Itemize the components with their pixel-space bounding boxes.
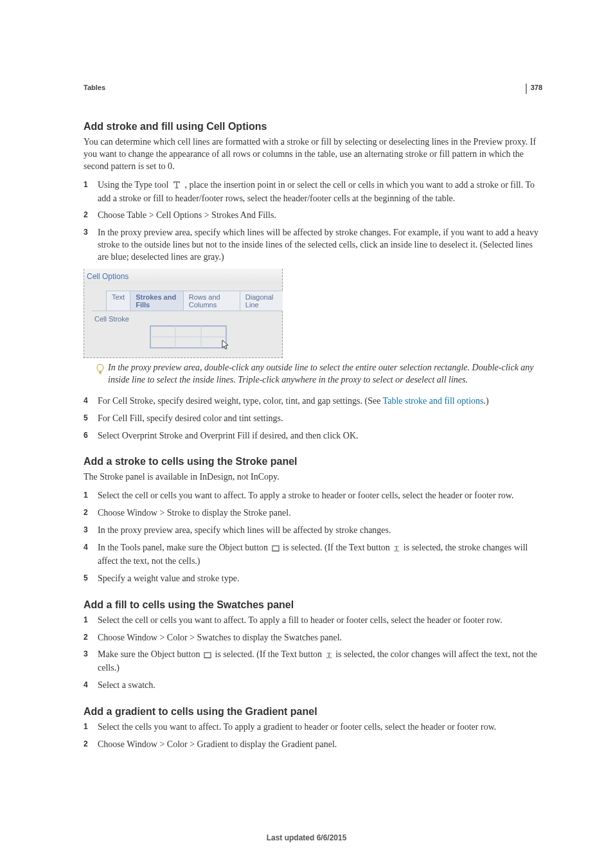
dialog-title: Cell Options — [84, 269, 282, 284]
svg-rect-11 — [204, 653, 211, 658]
step-5: Specify a weight value and stroke type. — [84, 573, 542, 585]
tip: In the proxy preview area, double-click … — [95, 362, 542, 386]
link-table-stroke-fill-options[interactable]: Table stroke and fill options — [383, 396, 484, 406]
step-5: For Cell Fill, specify desired color and… — [84, 413, 542, 425]
svg-rect-5 — [99, 371, 102, 373]
step-2: Choose Window > Color > Gradient to disp… — [84, 739, 542, 751]
step-1: Select the cells you want to affect. To … — [84, 721, 542, 734]
svg-text:T: T — [395, 545, 399, 552]
step-2: Choose Window > Stroke to display the St… — [84, 507, 542, 520]
svg-rect-12 — [204, 657, 211, 658]
tab-text[interactable]: Text — [106, 291, 130, 311]
page-number: 378 — [526, 84, 542, 94]
type-tool-icon — [172, 180, 181, 193]
step-text: For Cell Stroke, specify desired weight,… — [98, 396, 383, 406]
text-button-icon: T — [393, 543, 400, 556]
step-1: Using the Type tool , place the insertio… — [84, 179, 542, 205]
intro-paragraph: You can determine which cell lines are f… — [84, 136, 542, 173]
object-button-icon — [272, 543, 280, 556]
step-4: Select a swatch. — [84, 680, 542, 692]
dialog-body: Text Strokes and Fills Rows and Columns … — [84, 284, 282, 357]
proxy-preview[interactable] — [150, 325, 227, 348]
tab-panel: Cell Stroke — [92, 311, 282, 348]
text-button-icon: T — [326, 650, 332, 662]
cursor-icon — [222, 339, 231, 352]
tab-strokes-fills[interactable]: Strokes and Fills — [130, 291, 184, 311]
object-button-icon — [204, 650, 211, 662]
svg-rect-7 — [272, 546, 279, 551]
lightbulb-icon — [95, 363, 105, 377]
step-text: Make sure the Object button — [98, 649, 202, 659]
dialog-tabs: Text Strokes and Fills Rows and Columns … — [106, 291, 282, 311]
breadcrumb: Tables — [84, 84, 542, 91]
heading-stroke-panel: Add a stroke to cells using the Stroke p… — [84, 456, 542, 467]
step-3: In the proxy preview area, specify which… — [84, 525, 542, 537]
cell-options-dialog: Cell Options Text Strokes and Fills Rows… — [84, 269, 283, 358]
step-1: Select the cell or cells you want to aff… — [84, 490, 542, 502]
intro-paragraph: The Stroke panel is available in InDesig… — [84, 471, 542, 484]
tab-rows-columns[interactable]: Rows and Columns — [183, 291, 240, 311]
step-text: In the Tools panel, make sure the Object… — [98, 543, 271, 552]
step-3: Make sure the Object button is selected.… — [84, 649, 542, 674]
steps-stroke-panel: Select the cell or cells you want to aff… — [84, 490, 542, 584]
svg-rect-14 — [326, 658, 332, 658]
step-6: Select Overprint Stroke and Overprint Fi… — [84, 430, 542, 442]
step-1: Select the cell or cells you want to aff… — [84, 615, 542, 627]
step-2: Choose Table > Cell Options > Strokes An… — [84, 210, 542, 222]
footer-last-updated: Last updated 6/6/2015 — [0, 833, 613, 842]
heading-gradient-panel: Add a gradient to cells using the Gradie… — [84, 706, 542, 718]
heading-swatches-panel: Add a fill to cells using the Swatches p… — [84, 599, 542, 611]
page-body: Tables Add stroke and fill using Cell Op… — [0, 0, 613, 782]
tip-text: In the proxy preview area, double-click … — [108, 362, 542, 386]
svg-rect-10 — [394, 551, 400, 552]
svg-rect-8 — [272, 550, 279, 552]
steps-swatches-panel: Select the cell or cells you want to aff… — [84, 615, 542, 692]
step-text: is selected. (If the Text button — [283, 543, 392, 552]
step-text: Using the Type tool — [98, 180, 171, 190]
step-text: is selected. (If the Text button — [215, 649, 324, 659]
cell-stroke-label: Cell Stroke — [94, 315, 282, 323]
step-text: .) — [484, 396, 489, 406]
step-4: For Cell Stroke, specify desired weight,… — [84, 395, 542, 408]
svg-point-4 — [97, 365, 103, 372]
step-4: In the Tools panel, make sure the Object… — [84, 542, 542, 568]
step-2: Choose Window > Color > Swatches to disp… — [84, 632, 542, 644]
svg-text:T: T — [326, 651, 331, 658]
step-3: In the proxy preview area, specify which… — [84, 227, 542, 264]
tab-diagonal-lines[interactable]: Diagonal Line — [240, 291, 283, 311]
steps-gradient-panel: Select the cells you want to affect. To … — [84, 721, 542, 751]
steps-cell-options: Using the Type tool , place the insertio… — [84, 179, 542, 264]
heading-cell-options: Add stroke and fill using Cell Options — [84, 121, 542, 132]
steps-cell-options-cont: For Cell Stroke, specify desired weight,… — [84, 395, 542, 442]
